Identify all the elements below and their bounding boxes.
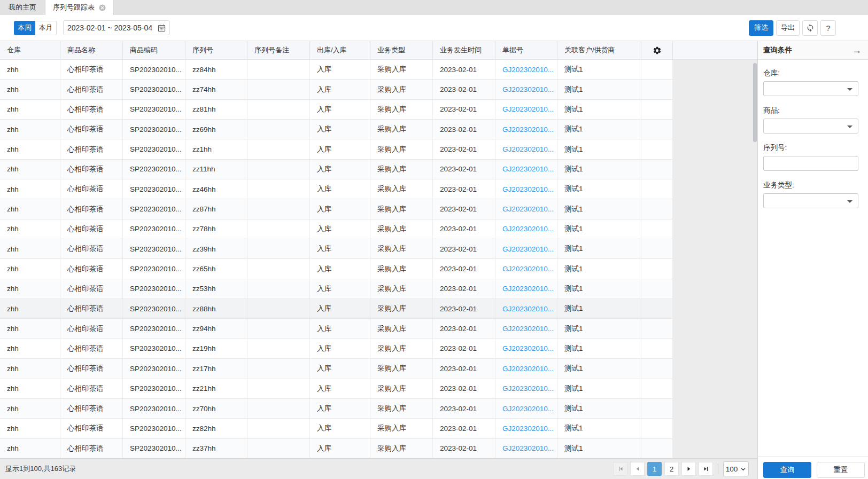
cell-doc-link[interactable]: GJ202302010... <box>495 439 557 459</box>
page-2-button[interactable]: 2 <box>664 462 679 476</box>
table-row[interactable]: zhh 心相印茶语 SP202302010... zz69hh 入库 采购入库 … <box>0 120 673 139</box>
page-1-button[interactable]: 1 <box>647 462 662 476</box>
table-row[interactable]: zhh 心相印茶语 SP202302010... zz17hh 入库 采购入库 … <box>0 359 673 379</box>
cell-doc-link[interactable]: GJ202302010... <box>495 179 557 199</box>
table-row[interactable]: zhh 心相印茶语 SP202302010... zz37hh 入库 采购入库 … <box>0 439 673 459</box>
calendar-icon <box>158 24 166 32</box>
warehouse-select[interactable] <box>763 81 858 96</box>
vertical-scrollbar[interactable] <box>753 63 757 142</box>
next-page-button[interactable] <box>681 462 696 476</box>
table-row[interactable]: zhh 心相印茶语 SP202302010... zz11hh 入库 采购入库 … <box>0 160 673 179</box>
cell-doc-link[interactable]: GJ202302010... <box>495 399 557 419</box>
cell-biz-date: 2023-02-01 <box>433 239 495 259</box>
cell-biz-date: 2023-02-01 <box>433 199 495 219</box>
cell-doc-link[interactable]: GJ202302010... <box>495 199 557 219</box>
sidebar-title: 查询条件 <box>763 45 792 55</box>
query-button[interactable]: 查询 <box>763 462 811 478</box>
cell-customer-supplier: 测试1 <box>557 259 641 279</box>
col-header-product[interactable]: 商品名称 <box>60 41 123 60</box>
tab-serial-tracking[interactable]: 序列号跟踪表 <box>45 0 114 15</box>
first-page-button[interactable] <box>613 462 627 476</box>
tab-close-icon[interactable] <box>99 4 106 11</box>
table-row[interactable]: zhh 心相印茶语 SP202302010... zz94hh 入库 采购入库 … <box>0 319 673 339</box>
table-row[interactable]: zhh 心相印茶语 SP202302010... zz70hh 入库 采购入库 … <box>0 399 673 419</box>
cell-product: 心相印茶语 <box>60 120 123 139</box>
col-header-serial[interactable]: 序列号 <box>185 41 247 60</box>
col-header-code[interactable]: 商品编码 <box>123 41 185 60</box>
cell-warehouse: zhh <box>0 80 60 99</box>
col-header-serial-remark[interactable]: 序列号备注 <box>247 41 310 60</box>
table-row[interactable]: zhh 心相印茶语 SP202302010... zz19hh 入库 采购入库 … <box>0 339 673 359</box>
table-row[interactable]: zhh 心相印茶语 SP202302010... zz78hh 入库 采购入库 … <box>0 219 673 239</box>
cell-doc-link[interactable]: GJ202302010... <box>495 339 557 359</box>
refresh-icon <box>806 23 815 32</box>
cell-product: 心相印茶语 <box>60 100 123 120</box>
cell-gear-column <box>641 259 673 279</box>
table-row[interactable]: zhh 心相印茶语 SP202302010... zz82hh 入库 采购入库 … <box>0 419 673 438</box>
cell-customer-supplier: 测试1 <box>557 80 641 99</box>
help-icon: ? <box>826 23 830 33</box>
tab-my-home[interactable]: 我的主页 <box>0 0 45 15</box>
cell-biz-date: 2023-02-01 <box>433 339 495 359</box>
this-month-button[interactable]: 本月 <box>35 21 57 35</box>
table-row[interactable]: zhh 心相印茶语 SP202302010... zz84hh 入库 采购入库 … <box>0 60 673 80</box>
cell-doc-link[interactable]: GJ202302010... <box>495 299 557 319</box>
cell-doc-link[interactable]: GJ202302010... <box>495 279 557 299</box>
cell-doc-link[interactable]: GJ202302010... <box>495 60 557 80</box>
cell-serial-remark <box>247 299 310 319</box>
cell-doc-link[interactable]: GJ202302010... <box>495 359 557 379</box>
biz-type-select[interactable] <box>763 193 858 208</box>
cell-doc-link[interactable]: GJ202302010... <box>495 219 557 239</box>
table-row[interactable]: zhh 心相印茶语 SP202302010... zz88hh 入库 采购入库 … <box>0 299 673 319</box>
table-row[interactable]: zhh 心相印茶语 SP202302010... zz21hh 入库 采购入库 … <box>0 379 673 399</box>
table-row[interactable]: zhh 心相印茶语 SP202302010... zz81hh 入库 采购入库 … <box>0 100 673 120</box>
cell-serial-remark <box>247 100 310 120</box>
cell-doc-link[interactable]: GJ202302010... <box>495 120 557 139</box>
last-page-button[interactable] <box>699 462 713 476</box>
cell-inout: 入库 <box>310 259 370 279</box>
cell-product: 心相印茶语 <box>60 259 123 279</box>
cell-gear-column <box>641 399 673 419</box>
cell-product: 心相印茶语 <box>60 60 123 80</box>
cell-doc-link[interactable]: GJ202302010... <box>495 100 557 120</box>
cell-doc-link[interactable]: GJ202302010... <box>495 419 557 438</box>
table-row[interactable]: zhh 心相印茶语 SP202302010... zz46hh 入库 采购入库 … <box>0 179 673 199</box>
reset-button[interactable]: 重置 <box>817 462 865 478</box>
table-row[interactable]: zhh 心相印茶语 SP202302010... zz39hh 入库 采购入库 … <box>0 239 673 259</box>
table-row[interactable]: zhh 心相印茶语 SP202302010... zz1hh 入库 采购入库 2… <box>0 139 673 159</box>
cell-customer-supplier: 测试1 <box>557 219 641 239</box>
serial-input[interactable] <box>763 156 858 171</box>
refresh-button[interactable] <box>802 20 818 36</box>
filter-button[interactable]: 筛选 <box>749 20 773 36</box>
col-header-biz-type[interactable]: 业务类型 <box>370 41 433 60</box>
table-row[interactable]: zhh 心相印茶语 SP202302010... zz65hh 入库 采购入库 … <box>0 259 673 279</box>
cell-doc-link[interactable]: GJ202302010... <box>495 379 557 399</box>
this-week-button[interactable]: 本周 <box>14 21 35 35</box>
column-settings-button[interactable] <box>641 41 673 60</box>
cell-product: 心相印茶语 <box>60 379 123 399</box>
cell-doc-link[interactable]: GJ202302010... <box>495 139 557 159</box>
col-header-inout[interactable]: 出库/入库 <box>310 41 370 60</box>
table-row[interactable]: zhh 心相印茶语 SP202302010... zz53hh 入库 采购入库 … <box>0 279 673 299</box>
export-button[interactable]: 导出 <box>776 20 800 36</box>
cell-doc-link[interactable]: GJ202302010... <box>495 80 557 99</box>
cell-doc-link[interactable]: GJ202302010... <box>495 319 557 339</box>
product-select[interactable] <box>763 119 858 134</box>
cell-doc-link[interactable]: GJ202302010... <box>495 239 557 259</box>
page-size-select[interactable]: 100 <box>723 461 749 476</box>
cell-doc-link[interactable]: GJ202302010... <box>495 259 557 279</box>
date-range-picker[interactable]: 2023-02-01 ~ 2023-05-04 <box>63 20 170 35</box>
col-header-doc-no[interactable]: 单据号 <box>495 41 557 60</box>
prev-page-button[interactable] <box>630 462 645 476</box>
col-header-customer-supplier[interactable]: 关联客户/供货商 <box>557 41 641 60</box>
cell-customer-supplier: 测试1 <box>557 339 641 359</box>
cell-serial: zz46hh <box>185 179 247 199</box>
col-header-warehouse[interactable]: 仓库 <box>0 41 60 60</box>
cell-doc-link[interactable]: GJ202302010... <box>495 160 557 179</box>
table-row[interactable]: zhh 心相印茶语 SP202302010... zz87hh 入库 采购入库 … <box>0 199 673 219</box>
table-row[interactable]: zhh 心相印茶语 SP202302010... zz74hh 入库 采购入库 … <box>0 80 673 99</box>
help-button[interactable]: ? <box>820 20 836 36</box>
sidebar-collapse-arrow-icon[interactable]: → <box>852 45 862 55</box>
cell-product: 心相印茶语 <box>60 139 123 159</box>
col-header-biz-date[interactable]: 业务发生时间 <box>433 41 495 60</box>
